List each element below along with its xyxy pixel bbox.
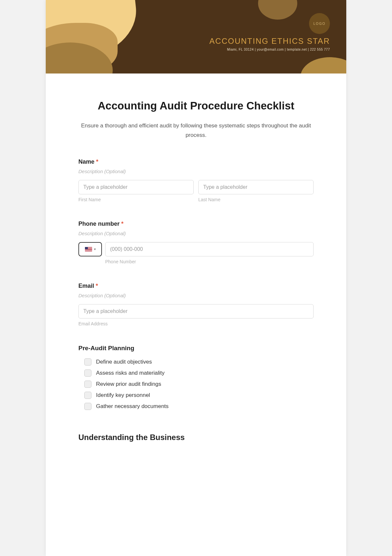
- first-name-input[interactable]: [78, 180, 194, 194]
- checklist-item: Define audit objectives: [84, 358, 314, 366]
- last-name-input[interactable]: [198, 180, 314, 194]
- wave-decoration: [258, 0, 297, 20]
- logo-placeholder: LOGO: [309, 13, 330, 34]
- understanding-heading: Understanding the Business: [78, 433, 314, 442]
- name-description: Description (Optional): [78, 169, 314, 174]
- checkbox[interactable]: [84, 358, 91, 366]
- phone-field-group: Phone number * Description (Optional) ▾ …: [78, 221, 314, 264]
- checklist-label: Assess risks and materiality: [96, 370, 165, 376]
- preaudit-section: Pre-Audit Planning Define audit objectiv…: [78, 345, 314, 410]
- page-title: Accounting Audit Procedure Checklist: [78, 100, 314, 112]
- email-label: Email *: [78, 283, 314, 289]
- phone-sublabel: Phone Number: [105, 259, 314, 264]
- email-input[interactable]: [78, 304, 314, 319]
- chevron-down-icon: ▾: [94, 247, 96, 251]
- phone-label: Phone number *: [78, 221, 314, 227]
- email-sublabel: Email Address: [78, 321, 314, 326]
- wave-decoration: [301, 57, 346, 74]
- checklist-item: Identify key personnel: [84, 392, 314, 399]
- country-code-select[interactable]: ▾: [78, 242, 102, 256]
- required-indicator: *: [121, 221, 123, 227]
- checkbox[interactable]: [84, 381, 91, 388]
- brand-contact-info: Miami, FL 33124 | your@email.com | templ…: [209, 48, 330, 51]
- required-indicator: *: [96, 158, 98, 165]
- checkbox[interactable]: [84, 369, 91, 377]
- brand-name: ACCOUNTING ETHICS STAR: [209, 37, 330, 46]
- preaudit-heading: Pre-Audit Planning: [78, 345, 314, 352]
- last-name-sublabel: Last Name: [198, 197, 314, 202]
- checklist-item: Gather necessary documents: [84, 403, 314, 410]
- email-field-group: Email * Description (Optional) Email Add…: [78, 283, 314, 326]
- page-subtitle: Ensure a thorough and efficient audit by…: [78, 121, 314, 140]
- first-name-sublabel: First Name: [78, 197, 194, 202]
- checkbox[interactable]: [84, 392, 91, 399]
- header-banner: LOGO ACCOUNTING ETHICS STAR Miami, FL 33…: [46, 0, 346, 74]
- name-label: Name *: [78, 158, 314, 165]
- checklist-item: Review prior audit findings: [84, 381, 314, 388]
- checklist-label: Review prior audit findings: [96, 381, 161, 387]
- email-description: Description (Optional): [78, 293, 314, 298]
- checklist-label: Gather necessary documents: [96, 403, 169, 410]
- us-flag-icon: [85, 247, 92, 252]
- checkbox[interactable]: [84, 403, 91, 410]
- phone-description: Description (Optional): [78, 231, 314, 236]
- phone-input[interactable]: [105, 242, 314, 256]
- required-indicator: *: [96, 283, 98, 289]
- checklist-label: Define audit objectives: [96, 359, 152, 365]
- name-field-group: Name * Description (Optional) First Name…: [78, 158, 314, 202]
- checklist-item: Assess risks and materiality: [84, 369, 314, 377]
- checklist-label: Identify key personnel: [96, 392, 150, 399]
